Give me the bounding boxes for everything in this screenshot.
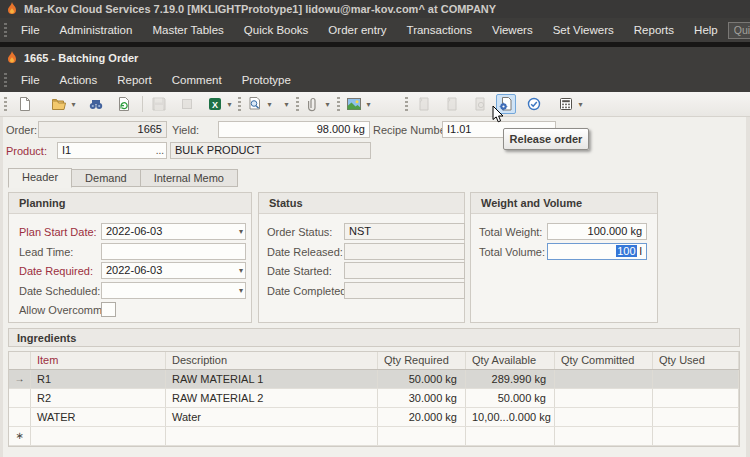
yield-label: Yield: (172, 124, 199, 136)
print-preview-button[interactable] (245, 94, 265, 114)
table-row[interactable]: WATER Water 20.000 kg 10,00...0.000 kg (9, 408, 739, 427)
col-description[interactable]: Description (166, 352, 378, 369)
main-titlebar: Mar-Kov Cloud Services 7.19.0 [MKLIGHTPr… (0, 0, 750, 18)
attachment-button[interactable] (303, 94, 323, 114)
print-dropdown-icon[interactable]: ▾ (282, 100, 291, 109)
order-menubar: File Actions Report Comment Prototype (0, 68, 750, 92)
toolbar-grip[interactable] (238, 97, 241, 111)
open-dropdown-icon[interactable]: ▾ (69, 100, 78, 109)
product-field[interactable]: I1... (57, 142, 167, 159)
export-small-button (177, 94, 197, 114)
menu-viewers[interactable]: Viewers (482, 24, 543, 36)
window-frame-left (0, 117, 3, 457)
toolbar-grip[interactable] (405, 97, 408, 111)
menu-transactions[interactable]: Transactions (397, 24, 482, 36)
yield-field[interactable]: 98.000 kg (218, 121, 370, 138)
new-row[interactable]: ∗ (9, 427, 739, 446)
menu-quick-books[interactable]: Quick Books (234, 24, 319, 36)
order-flame-icon (6, 51, 18, 65)
order-menu-prototype[interactable]: Prototype (232, 74, 301, 86)
plan-start-date-combo[interactable]: 2022-06-03▾ (101, 223, 246, 240)
chevron-down-icon[interactable]: ▾ (239, 224, 243, 239)
tab-internal-memo[interactable]: Internal Memo (141, 169, 238, 187)
date-released-field (344, 243, 465, 260)
order-menu-file[interactable]: File (11, 74, 50, 86)
picture-button[interactable] (344, 94, 364, 114)
lead-time-field[interactable] (101, 243, 246, 260)
table-row[interactable]: → R1 RAW MATERIAL 1 50.000 kg 289.990 kg (9, 370, 739, 389)
planning-panel: Planning Plan Start Date: 2022-06-03▾ Le… (8, 192, 252, 323)
new-row-marker-icon[interactable]: ∗ (9, 427, 31, 445)
approve-button[interactable] (524, 94, 544, 114)
ingredients-header-row: Item Description Qty Required Qty Availa… (9, 352, 739, 370)
new-document-button[interactable] (15, 94, 35, 114)
col-qty-committed[interactable]: Qty Committed (555, 352, 653, 369)
copy-order-button (414, 94, 434, 114)
table-row[interactable]: R2 RAW MATERIAL 2 30.000 kg 50.000 kg (9, 389, 739, 408)
date-released-label: Date Released: (267, 246, 343, 258)
menu-order-entry[interactable]: Order entry (318, 24, 396, 36)
date-required-label: Date Required: (19, 265, 93, 277)
order-menu-actions[interactable]: Actions (50, 74, 108, 86)
menu-set-viewers[interactable]: Set Viewers (543, 24, 624, 36)
release-order-tooltip: Release order (503, 128, 589, 150)
selected-text: 100 (616, 245, 636, 257)
total-weight-label: Total Weight: (479, 226, 542, 238)
col-qty-available[interactable]: Qty Available (466, 352, 555, 369)
date-started-field (344, 262, 465, 279)
chevron-down-icon[interactable]: ▾ (239, 263, 243, 278)
menu-master-tables[interactable]: Master Tables (142, 24, 233, 36)
order-status-field: NST (344, 223, 465, 240)
product-label: Product: (6, 145, 47, 157)
order-toolbar: ▾ X ▾ ▾ ▾ ▾ ▾ ▾ (0, 92, 750, 117)
date-required-combo[interactable]: 2022-06-03▾ (101, 262, 246, 279)
menu-file[interactable]: File (11, 24, 50, 36)
calculator-button[interactable] (556, 94, 576, 114)
calculator-dropdown-icon[interactable]: ▾ (576, 100, 585, 109)
current-row-arrow-icon[interactable]: → (9, 370, 31, 388)
status-panel: Status Order Status: NST Date Released: … (258, 192, 465, 323)
ingredients-table: Item Description Qty Required Qty Availa… (8, 351, 740, 447)
svg-text:X: X (212, 100, 218, 110)
status-panel-title: Status (259, 193, 464, 214)
find-button[interactable] (86, 94, 106, 114)
product-browse-button[interactable]: ... (156, 143, 164, 158)
col-qty-used[interactable]: Qty Used (653, 352, 739, 369)
toolbar-grip[interactable] (337, 97, 340, 111)
product-description-field: BULK PRODUCT (170, 142, 371, 159)
order-menubar-grip[interactable] (4, 73, 7, 87)
attachment-dropdown-icon[interactable]: ▾ (323, 100, 332, 109)
chevron-down-icon[interactable]: ▾ (239, 283, 243, 298)
date-scheduled-combo[interactable]: ▾ (101, 282, 246, 299)
print-preview-dropdown-icon[interactable]: ▾ (265, 100, 274, 109)
excel-export-button[interactable]: X (205, 94, 225, 114)
refresh-button[interactable] (114, 94, 134, 114)
col-qty-required[interactable]: Qty Required (378, 352, 466, 369)
main-menubar: File Administration Master Tables Quick … (0, 18, 750, 42)
toolbar-grip[interactable] (4, 97, 7, 111)
picture-dropdown-icon[interactable]: ▾ (364, 100, 373, 109)
tab-header[interactable]: Header (8, 168, 72, 188)
excel-dropdown-icon[interactable]: ▾ (225, 100, 234, 109)
open-button[interactable] (49, 94, 69, 114)
allow-overcommit-checkbox[interactable] (101, 302, 116, 317)
planning-panel-title: Planning (9, 193, 251, 214)
allow-overcommit-label: Allow Overcommit: (19, 304, 111, 316)
date-completed-field (344, 282, 465, 299)
col-item[interactable]: Item (31, 352, 166, 369)
menu-reports[interactable]: Reports (624, 24, 684, 36)
order-header-form: Order: 1665 Yield: 98.000 kg Recipe Numb… (0, 117, 750, 168)
menu-help[interactable]: Help (684, 24, 728, 36)
menubar-grip[interactable] (4, 23, 7, 37)
lead-time-label: Lead Time: (19, 246, 73, 258)
app-flame-icon (6, 2, 18, 16)
toolbar-grip[interactable] (296, 97, 299, 111)
tab-demand[interactable]: Demand (72, 169, 141, 187)
menu-administration[interactable]: Administration (50, 24, 143, 36)
total-volume-field[interactable]: 100 l (547, 243, 647, 260)
date-completed-label: Date Completed: (267, 285, 350, 297)
quick-launch-input[interactable] (728, 22, 750, 39)
order-menu-comment[interactable]: Comment (162, 74, 232, 86)
order-menu-report[interactable]: Report (107, 74, 162, 86)
total-weight-field[interactable]: 100.000 kg (547, 223, 647, 240)
